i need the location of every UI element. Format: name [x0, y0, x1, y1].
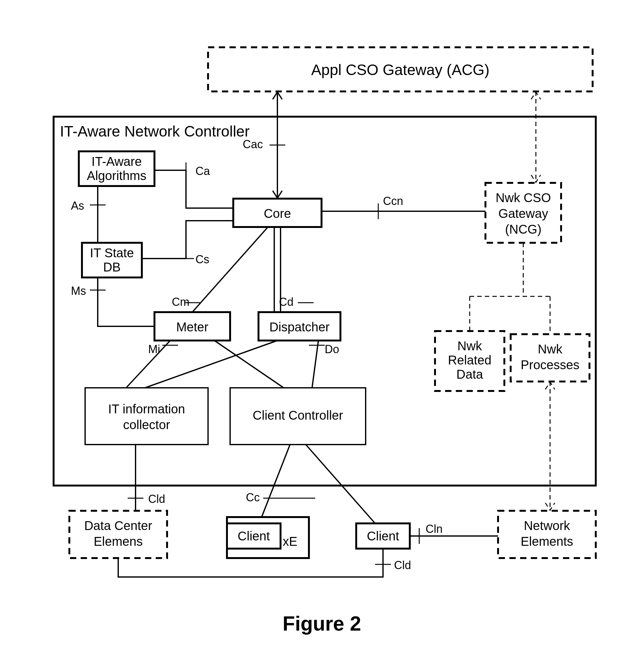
lbl-cd: Cd [279, 295, 294, 308]
network-elements-l1: Network [524, 519, 571, 533]
client2-label: Client [367, 529, 399, 543]
data-center-l1: Data Center [84, 519, 152, 533]
nwk-processes-l2: Processes [521, 358, 580, 372]
core-label: Core [264, 206, 291, 220]
it-aware-algorithms-l2: Algorithms [87, 169, 147, 183]
edge-d-itc [145, 340, 278, 388]
lbl-cac: Cac [243, 138, 263, 151]
lbl-cm: Cm [172, 295, 189, 308]
controller-title: IT-Aware Network Controller [60, 123, 250, 140]
edge-cc-right [306, 445, 375, 523]
ncg-l2: Gateway [498, 206, 548, 220]
lbl-ccn: Ccn [383, 195, 403, 207]
client-controller-label: Client Controller [253, 408, 343, 422]
xe-label: xE [283, 534, 298, 548]
nwk-processes-l1: Nwk [538, 342, 563, 356]
it-state-db-l2: DB [103, 260, 121, 274]
lbl-cld2: Cld [394, 559, 411, 572]
lbl-cld1: Cld [148, 493, 165, 506]
it-info-collector-l2: collector [123, 418, 170, 432]
meter-label: Meter [176, 320, 209, 334]
nwk-related-l2: Related [448, 353, 492, 367]
nwk-related-l1: Nwk [457, 339, 482, 353]
lbl-as: As [71, 199, 84, 212]
lbl-do: Do [325, 343, 339, 356]
lbl-mi: Mi [148, 343, 160, 356]
acg-label: Appl CSO Gateway (ACG) [311, 62, 489, 78]
edge-cc-left [261, 445, 290, 517]
ncg-l1: Nwk CSO [496, 191, 551, 205]
dispatcher-label: Dispatcher [269, 320, 330, 334]
edge-cs [142, 221, 233, 258]
lbl-cc: Cc [246, 491, 260, 504]
ncg-l3: (NCG) [505, 222, 541, 236]
it-state-db-l1: IT State [90, 246, 134, 260]
it-info-collector-box [85, 388, 208, 445]
it-info-collector-l1: IT information [108, 402, 185, 416]
lbl-ca: Ca [196, 164, 210, 177]
edge-m-cc [214, 340, 284, 388]
lbl-ms: Ms [71, 284, 86, 297]
lbl-cln: Cln [426, 522, 443, 535]
it-aware-algorithms-l1: IT-Aware [91, 155, 142, 169]
diagram-canvas: Appl CSO Gateway (ACG) IT-Aware Network … [0, 0, 644, 670]
client1-label: Client [238, 529, 270, 543]
edge-ca [155, 170, 233, 208]
nwk-related-l3: Data [456, 367, 483, 381]
network-elements-l2: Elements [521, 534, 573, 548]
edge-d-cc [312, 340, 318, 388]
edge-cm [192, 227, 268, 312]
data-center-l2: Elemens [94, 534, 143, 548]
figure-caption: Figure 2 [283, 612, 361, 635]
lbl-cs: Cs [196, 253, 209, 266]
edge-ms [98, 278, 155, 326]
